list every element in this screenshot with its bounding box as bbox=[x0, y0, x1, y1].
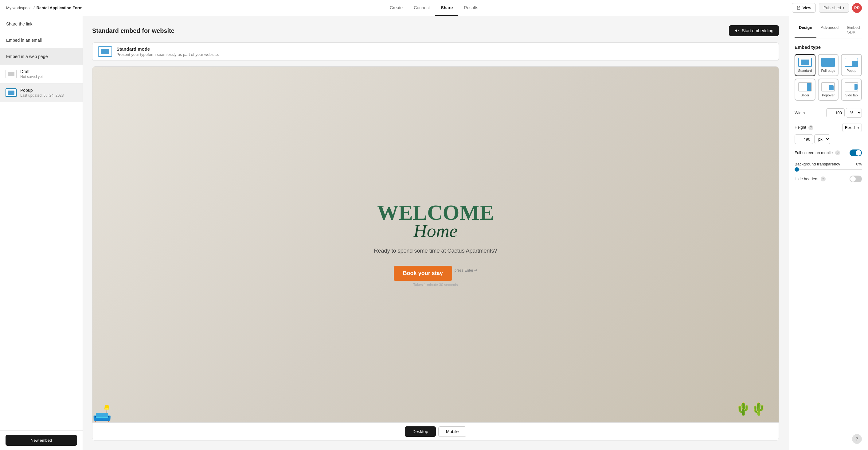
start-embedding-button[interactable]: Start embedding bbox=[729, 25, 779, 36]
svg-rect-2 bbox=[736, 29, 738, 32]
draft-icon bbox=[5, 70, 17, 78]
mode-desc: Present your typeform seamlessly as part… bbox=[116, 52, 219, 57]
fullscreen-toggle[interactable] bbox=[849, 150, 862, 156]
takes-time-hint: Takes 1 minute 30 seconds bbox=[413, 283, 458, 287]
hide-headers-toggle[interactable] bbox=[849, 175, 862, 182]
main-nav: Create Connect Share Results bbox=[384, 0, 484, 15]
center-content: Standard embed for website Start embeddi… bbox=[83, 16, 788, 450]
nav-right: View Published ▾ PR bbox=[792, 3, 862, 13]
new-embed-button[interactable]: New embed bbox=[5, 435, 77, 446]
tab-share[interactable]: Share bbox=[435, 0, 458, 15]
preview-area: WELCOME Home Ready to spend some time at… bbox=[92, 66, 779, 441]
embed-type-title: Embed type bbox=[795, 44, 862, 50]
width-label: Width bbox=[795, 110, 805, 115]
bg-transparency-value: 0% bbox=[856, 162, 862, 166]
help-button[interactable]: ? bbox=[852, 434, 862, 444]
tab-create[interactable]: Create bbox=[384, 0, 408, 15]
width-unit-select[interactable]: % px bbox=[846, 108, 862, 118]
standard-type-icon bbox=[798, 58, 812, 67]
height-value-input[interactable] bbox=[795, 134, 813, 144]
popup-name: Popup bbox=[20, 88, 64, 93]
hide-headers-hint-icon: ? bbox=[821, 176, 826, 182]
popup-type-icon bbox=[845, 58, 858, 67]
mode-name: Standard mode bbox=[116, 46, 219, 52]
panel-tabs: Design Advanced Embed SDK bbox=[795, 22, 862, 38]
embed-type-popover[interactable]: Popover bbox=[818, 78, 839, 101]
popover-type-icon bbox=[821, 82, 835, 92]
fullpage-type-icon bbox=[821, 58, 835, 67]
panel-tab-embed-sdk[interactable]: Embed SDK bbox=[843, 22, 864, 38]
preview-image: WELCOME Home Ready to spend some time at… bbox=[92, 67, 779, 422]
right-panel: Design Advanced Embed SDK Embed type Sta… bbox=[788, 16, 868, 450]
avatar[interactable]: PR bbox=[852, 3, 862, 13]
bg-transparency-slider[interactable] bbox=[795, 169, 862, 170]
start-embedding-wrapper: Start embedding bbox=[729, 25, 779, 36]
draft-name: Draft bbox=[20, 69, 43, 74]
external-link-icon bbox=[797, 6, 801, 10]
tab-connect[interactable]: Connect bbox=[408, 0, 435, 15]
embed-type-full-page[interactable]: Full-page bbox=[818, 54, 839, 76]
height-row: Height ? Fixed Auto px % bbox=[795, 123, 862, 144]
draft-sub: Not saved yet bbox=[20, 74, 43, 79]
fullpage-label: Full-page bbox=[821, 69, 835, 72]
topnav: My workspace / Rental Application Form C… bbox=[0, 0, 868, 16]
bg-transparency-label: Background transparency bbox=[795, 162, 840, 166]
fullscreen-label: Full-screen on mobile bbox=[795, 151, 833, 155]
hide-headers-row: Hide headers ? bbox=[795, 175, 862, 182]
pillow-decoration: 🛋️ bbox=[92, 405, 112, 422]
panel-tab-advanced[interactable]: Advanced bbox=[816, 22, 843, 38]
view-button[interactable]: View bbox=[792, 3, 816, 12]
embed-type-grid: Standard Full-page Popup Slider bbox=[795, 54, 862, 101]
sidetab-label: Side tab bbox=[845, 93, 858, 97]
sidebar: Share the link Embed in an email Embed i… bbox=[0, 16, 83, 450]
embed-entry-draft[interactable]: Draft Not saved yet bbox=[0, 65, 83, 84]
fullscreen-hint-icon: ? bbox=[835, 151, 840, 155]
tab-results[interactable]: Results bbox=[458, 0, 484, 15]
height-hint-icon: ? bbox=[808, 125, 813, 130]
main-layout: Share the link Embed in an email Embed i… bbox=[0, 16, 868, 450]
slider-type-icon bbox=[798, 82, 812, 92]
standard-mode-icon bbox=[98, 46, 112, 57]
sidebar-item-share-link[interactable]: Share the link bbox=[0, 16, 83, 32]
popup-label: Popup bbox=[846, 69, 856, 72]
desktop-view-button[interactable]: Desktop bbox=[405, 426, 436, 437]
width-input[interactable] bbox=[826, 108, 845, 117]
sidebar-item-embed-email[interactable]: Embed in an email bbox=[0, 32, 83, 49]
mode-bar: Standard mode Present your typeform seam… bbox=[92, 42, 779, 61]
height-type-select[interactable]: Fixed Auto bbox=[842, 123, 862, 132]
tagline: Ready to spend some time at Cactus Apart… bbox=[374, 248, 497, 254]
preview-footer: Desktop Mobile bbox=[92, 422, 779, 441]
embed-title: Standard embed for website bbox=[92, 27, 175, 34]
sidebar-item-embed-web[interactable]: Embed in a web page bbox=[0, 49, 83, 65]
panel-tab-design[interactable]: Design bbox=[795, 22, 816, 38]
workspace-link[interactable]: My workspace bbox=[6, 5, 32, 10]
press-enter-hint: press Enter ↵ bbox=[455, 268, 477, 272]
embed-type-side-tab[interactable]: Side tab bbox=[841, 78, 862, 101]
bg-transparency-section: Background transparency 0% bbox=[795, 162, 862, 170]
breadcrumb-separator: / bbox=[33, 5, 35, 10]
embed-type-popup[interactable]: Popup bbox=[841, 54, 862, 76]
cactus-decoration: 🌵🌵 bbox=[736, 402, 766, 416]
embed-entry-popup[interactable]: Popup Last updated: Jul 24, 2023 bbox=[0, 84, 83, 102]
embed-header: Standard embed for website Start embeddi… bbox=[92, 25, 779, 36]
height-unit-select[interactable]: px % bbox=[814, 134, 830, 144]
embed-list: Draft Not saved yet Popup Last updated: … bbox=[0, 65, 83, 430]
book-button[interactable]: Book your stay bbox=[394, 266, 452, 281]
popup-sub: Last updated: Jul 24, 2023 bbox=[20, 93, 64, 98]
mobile-view-button[interactable]: Mobile bbox=[438, 426, 466, 437]
embed-type-slider[interactable]: Slider bbox=[795, 78, 815, 101]
svg-rect-0 bbox=[735, 30, 736, 31]
popup-icon bbox=[5, 88, 17, 97]
chevron-down-icon: ▾ bbox=[843, 6, 844, 9]
popover-label: Popover bbox=[822, 93, 835, 97]
published-button[interactable]: Published ▾ bbox=[819, 3, 849, 12]
sidebar-footer: New embed bbox=[0, 430, 83, 450]
embed-type-standard[interactable]: Standard bbox=[795, 54, 815, 76]
breadcrumb: My workspace / Rental Application Form bbox=[6, 5, 82, 10]
hide-headers-label: Hide headers bbox=[795, 176, 818, 181]
code-icon bbox=[734, 28, 739, 33]
height-label: Height bbox=[795, 125, 806, 130]
slider-label: Slider bbox=[801, 93, 809, 97]
standard-label: Standard bbox=[798, 69, 812, 72]
welcome-text: WELCOME Home bbox=[377, 202, 494, 242]
